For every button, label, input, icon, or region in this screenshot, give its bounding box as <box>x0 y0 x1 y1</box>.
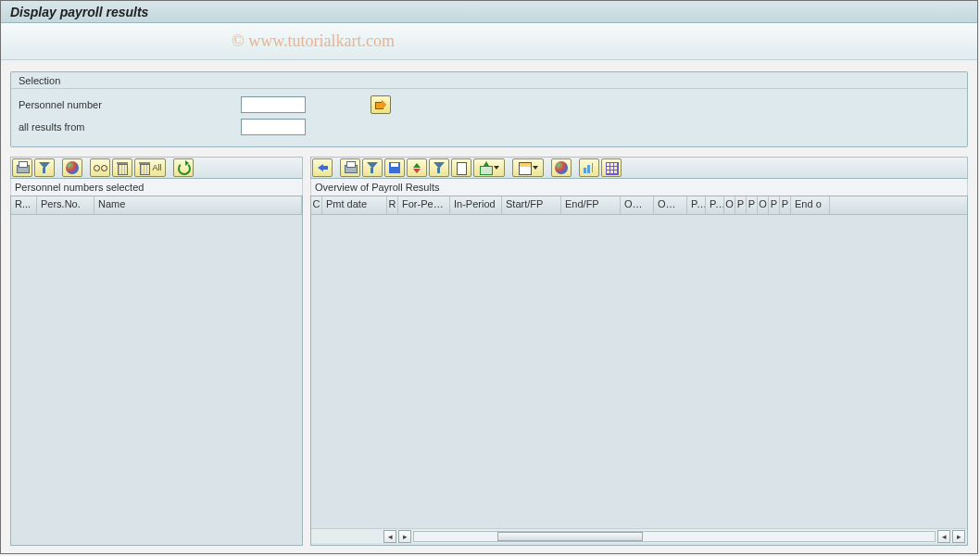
layout-button[interactable] <box>512 158 544 177</box>
filter-icon <box>38 161 51 174</box>
globe-button[interactable] <box>62 158 82 177</box>
globe-button[interactable] <box>551 158 572 177</box>
right-grid-header: C Pmt date R For-Peri... In-Period Start… <box>311 196 967 215</box>
col-o2[interactable]: O <box>758 196 769 214</box>
horizontal-scrollbar[interactable]: ◂ ▸ ◂ ▸ <box>311 528 967 543</box>
col-in-period[interactable]: In-Period <box>450 196 502 214</box>
left-grid-header: R... Pers.No. Name <box>11 196 302 215</box>
save-button[interactable] <box>384 158 405 177</box>
personnel-number-input[interactable] <box>241 96 306 113</box>
filter-icon <box>366 161 379 174</box>
personnel-numbers-panel: All Personnel numbers selected R... Pers… <box>10 157 303 546</box>
scroll-last-button[interactable]: ▸ <box>952 530 965 543</box>
scroll-track[interactable] <box>413 531 936 542</box>
col-end-fp[interactable]: End/FP <box>561 196 621 214</box>
delete-all-label: All <box>152 163 161 172</box>
right-grid-body: ◂ ▸ ◂ ▸ <box>311 215 967 545</box>
export-icon <box>479 161 492 174</box>
graph-button[interactable] <box>579 158 599 177</box>
refresh-button[interactable] <box>173 158 194 177</box>
col-p1[interactable]: P... <box>687 196 706 214</box>
print-icon <box>344 161 357 174</box>
filter-button[interactable] <box>34 158 55 177</box>
left-grid-body <box>11 215 302 545</box>
col-r[interactable]: R... <box>11 196 37 214</box>
selection-group: Selection Personnel number all results f… <box>10 71 968 147</box>
right-panel-subtitle: Overview of Payroll Results <box>310 179 968 196</box>
col-p4[interactable]: P <box>747 196 758 214</box>
save-icon <box>388 161 401 174</box>
globe-icon <box>555 161 568 174</box>
filter-button[interactable] <box>362 158 383 177</box>
scroll-first-button[interactable]: ◂ <box>383 530 396 543</box>
page-title: Display payroll results <box>10 5 148 19</box>
col-persno[interactable]: Pers.No. <box>37 196 94 214</box>
col-start-fp[interactable]: Start/FP <box>502 196 561 214</box>
doc-icon <box>455 161 468 174</box>
export-button[interactable] <box>473 158 505 177</box>
col-oc1[interactable]: OC ... <box>621 196 654 214</box>
scroll-thumb[interactable] <box>497 532 643 541</box>
refresh-icon <box>177 161 190 174</box>
col-p6[interactable]: P <box>780 196 791 214</box>
print-button[interactable] <box>12 158 32 177</box>
globe-icon <box>66 161 79 174</box>
col-p5[interactable]: P <box>769 196 780 214</box>
grid-button[interactable] <box>601 158 622 177</box>
payroll-results-grid[interactable]: C Pmt date R For-Peri... In-Period Start… <box>310 196 968 546</box>
col-name[interactable]: Name <box>94 196 302 214</box>
all-results-from-label: all results from <box>19 121 241 133</box>
chevron-down-icon <box>533 166 538 170</box>
scroll-left-button[interactable]: ▸ <box>398 530 411 543</box>
col-for-period[interactable]: For-Peri... <box>398 196 450 214</box>
personnel-numbers-grid[interactable]: R... Pers.No. Name <box>10 196 303 546</box>
doc-button[interactable] <box>451 158 471 177</box>
delete-all-button[interactable]: All <box>134 158 166 177</box>
print-button[interactable] <box>340 158 360 177</box>
back-button[interactable] <box>312 158 333 177</box>
application-toolbar <box>1 23 977 60</box>
left-panel-subtitle: Personnel numbers selected <box>10 179 303 196</box>
all-results-from-input[interactable] <box>241 119 306 135</box>
col-c[interactable]: C <box>311 196 322 214</box>
left-toolbar: All <box>10 157 303 179</box>
set-filter-button[interactable] <box>429 158 449 177</box>
trash-icon <box>138 161 151 174</box>
window-title-bar: Display payroll results <box>1 1 977 23</box>
scroll-right-button[interactable]: ◂ <box>937 530 950 543</box>
personnel-number-label: Personnel number <box>19 99 241 110</box>
col-o1[interactable]: O <box>724 196 735 214</box>
selection-group-title: Selection <box>11 72 967 89</box>
glasses-button[interactable] <box>90 158 110 177</box>
col-pmt-date[interactable]: Pmt date <box>322 196 387 214</box>
filter-icon <box>433 161 446 174</box>
col-p3[interactable]: P <box>735 196 747 214</box>
sort-button[interactable] <box>407 158 427 177</box>
sort-icon <box>410 161 423 174</box>
chevron-down-icon <box>494 166 499 170</box>
col-end-o[interactable]: End o <box>791 196 830 214</box>
right-toolbar <box>310 157 968 179</box>
delete-button[interactable] <box>112 158 132 177</box>
arrow-right-icon <box>375 100 386 109</box>
payroll-results-panel: Overview of Payroll Results C Pmt date R… <box>310 157 968 546</box>
back-icon <box>316 161 329 174</box>
col-oc2[interactable]: OC ... <box>654 196 687 214</box>
trash-icon <box>116 161 129 174</box>
layout-icon <box>518 161 531 174</box>
graph-icon <box>583 161 596 174</box>
glasses-icon <box>94 161 107 174</box>
print-icon <box>16 161 29 174</box>
multiple-selection-button[interactable] <box>371 95 391 114</box>
col-r[interactable]: R <box>387 196 398 214</box>
col-p2[interactable]: P... <box>706 196 724 214</box>
grid-icon <box>605 161 618 174</box>
